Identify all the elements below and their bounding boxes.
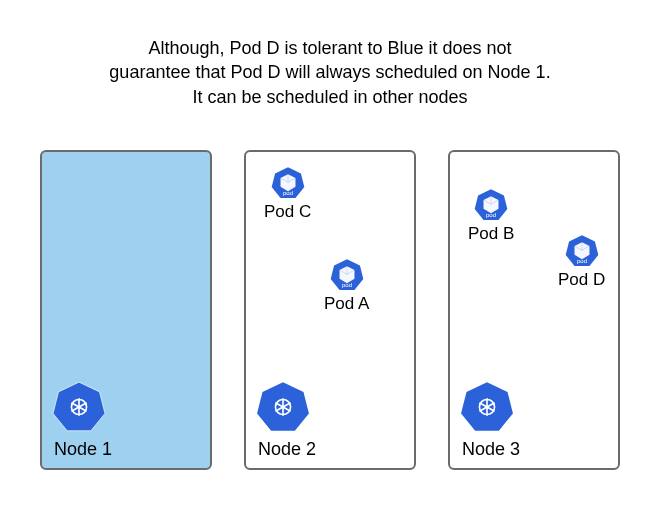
k8s-pod-icon: pod xyxy=(330,258,364,292)
pod-badge-text: pod xyxy=(342,281,352,288)
pod-b: pod Pod B xyxy=(468,188,514,244)
node-3-box: pod Pod B pod Pod D Node 3 xyxy=(448,150,620,470)
pod-d: pod Pod D xyxy=(558,234,605,290)
node-1-box: Node 1 xyxy=(40,150,212,470)
k8s-pod-icon: pod xyxy=(565,234,599,268)
diagram-caption: Although, Pod D is tolerant to Blue it d… xyxy=(0,36,660,109)
pod-badge-text: pod xyxy=(486,211,496,218)
pod-badge-text: pod xyxy=(577,257,587,264)
k8s-pod-icon: pod xyxy=(271,166,305,200)
node-1-label: Node 1 xyxy=(54,439,112,460)
node-3-label: Node 3 xyxy=(462,439,520,460)
pod-c-label: Pod C xyxy=(264,202,311,222)
pod-a: pod Pod A xyxy=(324,258,369,314)
k8s-pod-icon: pod xyxy=(474,188,508,222)
pod-b-label: Pod B xyxy=(468,224,514,244)
caption-line-2: guarantee that Pod D will always schedul… xyxy=(109,62,550,82)
k8s-node-icon xyxy=(256,380,310,434)
k8s-node-icon xyxy=(52,380,106,434)
node-2-box: pod Pod C pod Pod A Node 2 xyxy=(244,150,416,470)
k8s-node-icon xyxy=(460,380,514,434)
caption-line-1: Although, Pod D is tolerant to Blue it d… xyxy=(148,38,511,58)
pod-badge-text: pod xyxy=(283,189,293,196)
pod-c: pod Pod C xyxy=(264,166,311,222)
node-row: Node 1 pod Pod C pod Pod A Node 2 xyxy=(40,150,620,470)
caption-line-3: It can be scheduled in other nodes xyxy=(192,87,467,107)
pod-d-label: Pod D xyxy=(558,270,605,290)
node-2-label: Node 2 xyxy=(258,439,316,460)
pod-a-label: Pod A xyxy=(324,294,369,314)
